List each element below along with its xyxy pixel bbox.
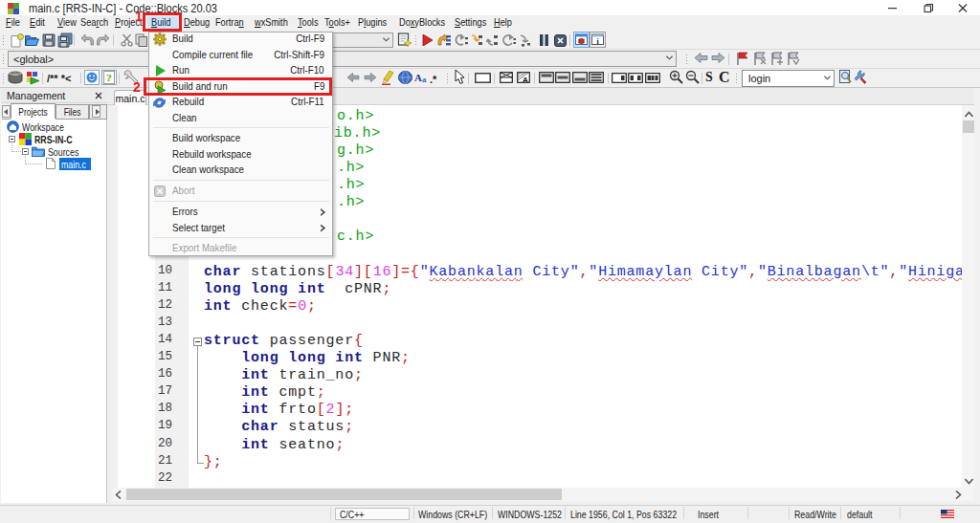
svg-text:A: A <box>523 76 528 84</box>
svg-text:a: a <box>422 75 427 84</box>
svg-text:?: ? <box>106 72 112 83</box>
svg-text:A: A <box>414 72 422 83</box>
